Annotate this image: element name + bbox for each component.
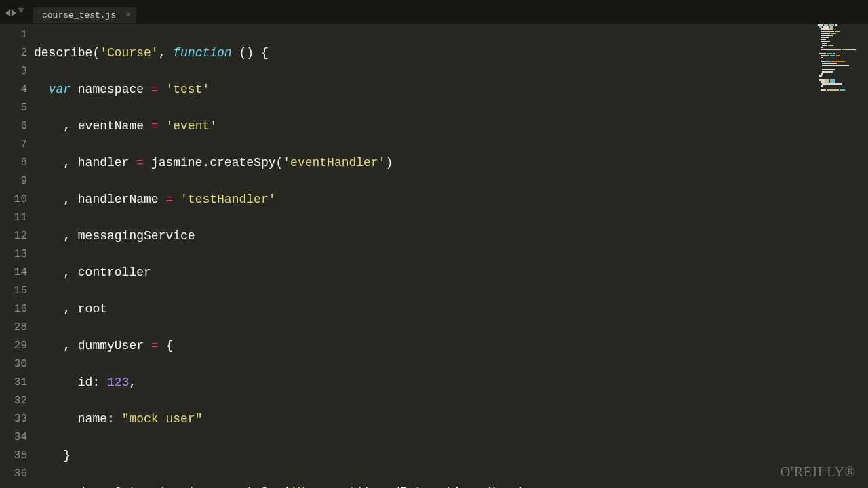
code-line[interactable]: , handler = jasmine.createSpy('eventHand… [34,154,868,172]
code-line[interactable]: , dummyUser = { [34,337,868,355]
tab-bar: course_test.js × [0,5,868,24]
editor[interactable]: 1 2 3 4 5 6 7 8 9 10 11 12 13 14 15 16 2… [0,24,868,488]
code-line[interactable]: id: 123, [34,373,868,392]
gutter: 1 2 3 4 5 6 7 8 9 10 11 12 13 14 15 16 2… [0,24,34,488]
code-area[interactable]: describe('Course', function () { var nam… [34,24,868,488]
tab-course-test[interactable]: course_test.js × [33,7,136,23]
history-dropdown-icon[interactable] [18,8,24,13]
tab-label: course_test.js [42,10,116,20]
code-line[interactable]: var namespace = 'test' [34,81,868,99]
forward-icon[interactable] [12,9,16,16]
code-line[interactable]: , root [34,300,868,319]
code-line[interactable]: describe('Course', function () { [34,44,868,62]
code-line[interactable]: , controller [34,264,868,282]
code-line[interactable]: , eventName = 'event' [34,117,868,136]
code-line[interactable]: , dummyGet = jasmine.createSpy('User.get… [34,483,868,488]
minimap[interactable] [818,24,865,113]
back-icon[interactable] [5,9,10,16]
code-line[interactable]: name: "mock user" [34,410,868,428]
code-line[interactable]: , handlerName = 'testHandler' [34,190,868,209]
close-icon[interactable]: × [125,9,131,20]
titlebar [0,0,868,5]
nav-arrows [5,9,24,16]
code-line[interactable]: } [34,447,868,465]
oreilly-logo: O'REILLY® [781,464,856,480]
code-line[interactable]: , messagingService [34,227,868,245]
